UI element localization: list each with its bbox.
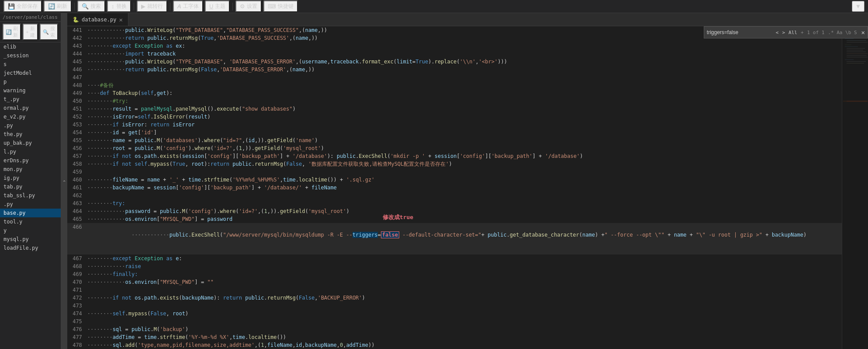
sidebar-item-warning[interactable]: warning — [0, 86, 61, 95]
replace-icon: ↕ — [111, 3, 114, 10]
code-line-448: 448 ····#备份 — [67, 81, 842, 89]
run-icon: ▶ — [141, 3, 145, 10]
sidebar-item-p[interactable]: p — [0, 77, 61, 86]
sidebar-item-py2[interactable]: .py — [0, 200, 61, 209]
code-line-444: 444 ············import traceback — [67, 50, 842, 58]
svg-rect-8 — [847, 48, 865, 49]
search-next-button[interactable]: > — [780, 29, 787, 36]
code-line-473: 473 — [67, 302, 842, 310]
search-prev-button[interactable]: < — [774, 29, 781, 36]
divider-4 — [232, 3, 233, 10]
search-input[interactable] — [704, 28, 774, 36]
sidebar-item-tab-ssl-py[interactable]: tab_ssl.py — [0, 191, 61, 200]
sidebar-item-e-v2-py[interactable]: e_v2.py — [0, 112, 61, 121]
theme-button[interactable]: U 主题 — [205, 0, 230, 12]
code-line-476: 476 ········sql = public.M('backup') — [67, 325, 842, 333]
sidebar-item-py[interactable]: .py — [0, 121, 61, 130]
refresh-button[interactable]: 🔄 刷新 — [44, 0, 72, 12]
svg-rect-10 — [847, 52, 866, 52]
svg-rect-4 — [847, 40, 866, 41]
sidebar-item-elib[interactable]: elib — [0, 42, 61, 51]
code-line-451: 451 ········result = panelMysql.panelMys… — [67, 105, 842, 113]
code-line-454: 454 ········id = get['id'] — [67, 129, 842, 136]
svg-rect-12 — [847, 55, 867, 56]
sidebar: /server/panel/class 🔄 刷新 + 新建 🔍 搜索 elib … — [0, 13, 61, 349]
sidebar-item-mysql-py[interactable]: mysql.py — [0, 235, 61, 244]
code-line-449: 449 ····def ToBackup(self,get): — [67, 89, 842, 97]
sidebar-search-button[interactable]: 🔍 搜索 — [40, 24, 58, 40]
code-line-478: 478 ········sql.add('type,name,pid,filen… — [67, 341, 842, 349]
search-count: + — [799, 30, 806, 35]
search-close-button[interactable]: ✕ — [859, 29, 868, 36]
sidebar-item-erdns-py[interactable]: erDns.py — [0, 156, 61, 165]
sidebar-item-ormal-py[interactable]: ormal.py — [0, 104, 61, 112]
code-line-472: 472 ········if not os.path.exists(backup… — [67, 294, 842, 302]
settings-button[interactable]: ⚙ 设置 — [235, 0, 262, 12]
svg-rect-9 — [847, 50, 863, 50]
search-button[interactable]: 🔍 搜索 — [77, 0, 105, 12]
search-bar: < > All + 1 of 1 .* Aa \b S ✕ — [704, 26, 868, 38]
sidebar-item-tab-py[interactable]: tab.py — [0, 182, 61, 191]
code-line-455: 455 ········name = public.M('databases')… — [67, 136, 842, 144]
font-button[interactable]: A 工字体 — [173, 0, 203, 12]
sidebar-item-the-py[interactable]: the.py — [0, 130, 61, 139]
minimap-svg — [843, 27, 868, 333]
sidebar-new-icon: + — [26, 29, 28, 35]
svg-rect-15 — [847, 61, 866, 62]
code-line-463: 463 ········try: — [67, 199, 842, 207]
sidebar-item-session[interactable]: _session — [0, 51, 61, 60]
svg-rect-5 — [847, 42, 868, 42]
code-line-445: 445 ············public.WriteLog("TYPE_DA… — [67, 58, 842, 66]
sidebar-item-mon-py[interactable]: mon.py — [0, 165, 61, 174]
sidebar-new-button[interactable]: + 新建 — [23, 24, 38, 40]
code-line-477: 477 ········addTime = time.strftime('%Y-… — [67, 333, 842, 341]
code-line-475: 475 — [67, 318, 842, 325]
sidebar-search-icon: 🔍 — [43, 29, 49, 35]
editor-area: 🐍 database.py ✕ < > All + 1 of 1 .* Aa \… — [67, 13, 868, 349]
code-line-447: 447 — [67, 73, 842, 81]
annotation-text: 修改成true — [383, 213, 413, 221]
code-line-468: 468 ············raise — [67, 262, 842, 270]
code-line-469: 469 ········finally: — [67, 270, 842, 278]
code-line-464: 464 ············password = public.M('con… — [67, 207, 842, 215]
code-line-452: 452 ········isError=self.IsSqlError(resu… — [67, 113, 842, 121]
editor-tab-database-py[interactable]: 🐍 database.py ✕ — [67, 13, 128, 26]
sidebar-item-y[interactable]: y — [0, 226, 61, 235]
code-lines: 441 ············public.WriteLog("TYPE_DA… — [67, 26, 842, 349]
svg-rect-11 — [847, 53, 868, 54]
save-icon: 💾 — [8, 3, 15, 10]
code-editor[interactable]: 441 ············public.WriteLog("TYPE_DA… — [67, 26, 842, 349]
sidebar-item-ig-py[interactable]: ig.py — [0, 174, 61, 182]
svg-rect-13 — [847, 57, 868, 57]
sidebar-collapse-handle[interactable]: ‹ — [61, 13, 67, 349]
code-line-456: 456 ········root = public.M('config').wh… — [67, 144, 842, 152]
search-all-button[interactable]: All — [787, 29, 799, 36]
sidebar-item-loadfile-py[interactable]: loadFile.py — [0, 244, 61, 252]
sidebar-item-t-py[interactable]: t_.py — [0, 95, 61, 104]
search-regex-option[interactable]: .* Aa \b S — [826, 30, 858, 35]
editor-with-minimap: 441 ············public.WriteLog("TYPE_DA… — [67, 26, 868, 349]
sidebar-refresh-button[interactable]: 🔄 刷新 — [3, 24, 21, 40]
run-button[interactable]: ▶ 就转行 — [137, 0, 167, 12]
minimap — [842, 26, 868, 349]
sidebar-item-s[interactable]: s — [0, 60, 61, 69]
sidebar-item-jectmodel[interactable]: jectModel — [0, 69, 61, 77]
sidebar-item-tool-y[interactable]: tool.y — [0, 217, 61, 226]
save-all-button[interactable]: 💾 全部保存 — [3, 0, 42, 12]
code-line-462: 462 — [67, 192, 842, 199]
svg-rect-18 — [847, 101, 868, 102]
settings-icon: ⚙ — [240, 3, 245, 10]
collapse-button[interactable]: ▼ — [852, 1, 865, 12]
refresh-icon: 🔄 — [48, 3, 55, 10]
tab-bar: 🐍 database.py ✕ — [67, 13, 868, 26]
sidebar-item-l-py[interactable]: l.py — [0, 147, 61, 156]
main-layout: /server/panel/class 🔄 刷新 + 新建 🔍 搜索 elib … — [0, 13, 868, 349]
shortcuts-button[interactable]: ⌨ 快捷键 — [263, 0, 298, 12]
search-icon: 🔍 — [82, 3, 89, 10]
sidebar-item-up-bak-py[interactable]: up_bak.py — [0, 139, 61, 147]
divider-1 — [74, 3, 75, 10]
tab-close-button[interactable]: ✕ — [119, 16, 122, 23]
replace-button[interactable]: ↕ 替换 — [107, 0, 131, 12]
sidebar-item-base-py[interactable]: base.py — [0, 209, 61, 217]
code-line-459: 459 — [67, 168, 842, 176]
